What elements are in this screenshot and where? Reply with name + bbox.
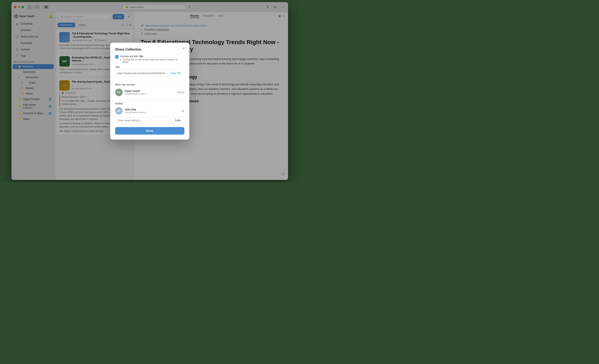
invited-email: john@readermode.io	[125, 111, 179, 114]
invite-row: Invite	[115, 117, 184, 124]
owner-name: Ryzal Yusoff	[125, 90, 175, 93]
divider	[115, 99, 184, 99]
invited-avatar: JD	[115, 107, 123, 115]
done-button[interactable]: Done	[115, 127, 184, 135]
access-checkbox[interactable]	[115, 55, 118, 59]
invited-name: John Doe	[125, 108, 179, 111]
info-icon: ℹ	[120, 58, 121, 61]
owner-details: Ryzal Yusoff ryzal@readermode.io	[125, 90, 175, 95]
invited-details: John Doe john@readermode.io	[125, 108, 179, 114]
who-access-label: Who has access	[115, 83, 184, 86]
divider	[115, 80, 184, 80]
access-label: Access via link: On	[120, 55, 184, 58]
app-window: ‹ › ⊞ 🔒 readermode.io ↺ ⬆ ⧉ + RY Ryzal Y…	[11, 2, 288, 180]
owner-avatar: RY	[115, 89, 123, 96]
modal-close-button[interactable]: ✕	[181, 46, 186, 51]
modal-overlay[interactable]: Share Collection ✕ Access via link: On ℹ…	[11, 2, 288, 180]
url-section: URL Copy URL	[115, 66, 184, 76]
access-note: ℹ Turning this on will set this collecti…	[120, 58, 184, 63]
invite-button[interactable]: Invite	[171, 117, 184, 124]
invite-email-input[interactable]	[115, 117, 169, 124]
url-box: Copy URL	[115, 70, 184, 76]
access-row: Access via link: On ℹ Turning this on wi…	[115, 55, 184, 63]
invited-label: Invited	[115, 102, 184, 105]
share-collection-modal: Share Collection ✕ Access via link: On ℹ…	[110, 43, 189, 140]
copy-url-button[interactable]: Copy URL	[167, 70, 184, 76]
owner-row: RY Ryzal Yusoff ryzal@readermode.io Owne…	[115, 89, 184, 96]
delete-invited-button[interactable]: 🗑	[181, 109, 184, 112]
invited-user-row: JD John Doe john@readermode.io 🗑	[115, 107, 184, 115]
url-section-label: URL	[115, 66, 184, 69]
modal-title: Share Collection	[115, 48, 184, 51]
url-field[interactable]	[115, 70, 167, 76]
access-info: Access via link: On ℹ Turning this on wi…	[120, 55, 184, 63]
owner-role: Owner	[177, 91, 184, 94]
owner-email: ryzal@readermode.io	[125, 93, 175, 95]
